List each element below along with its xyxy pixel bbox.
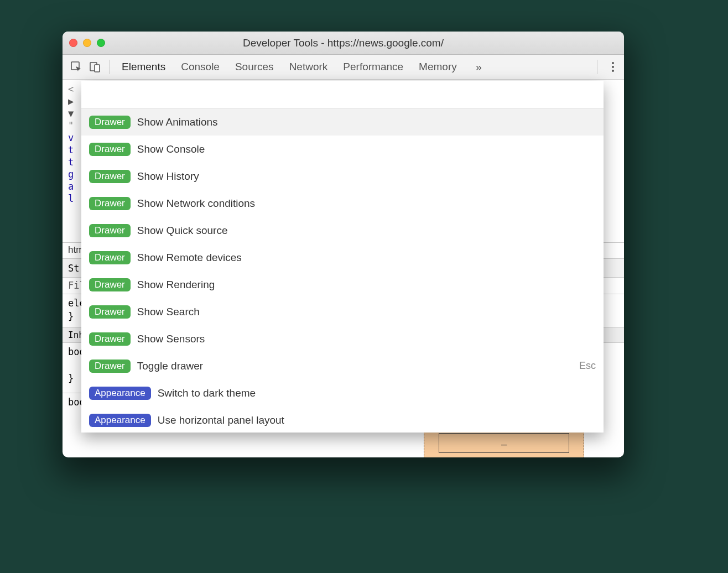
command-palette-input-row: [81, 81, 604, 108]
devtools-toolbar: Elements Console Sources Network Perform…: [63, 55, 624, 80]
svg-rect-2: [95, 65, 100, 72]
command-item[interactable]: DrawerShow Animations: [81, 108, 604, 136]
command-item[interactable]: DrawerToggle drawerEsc: [81, 352, 604, 379]
tab-performance[interactable]: Performance: [343, 61, 403, 73]
tabs-overflow-icon[interactable]: »: [472, 61, 485, 74]
command-item[interactable]: AppearanceUse horizontal panel layout: [81, 407, 604, 433]
tab-elements[interactable]: Elements: [122, 61, 165, 73]
command-category-badge: Drawer: [89, 360, 131, 373]
device-toggle-icon[interactable]: [86, 58, 105, 76]
inspect-element-icon[interactable]: [67, 58, 86, 76]
command-label: Switch to dark theme: [158, 387, 256, 399]
command-palette: DrawerShow AnimationsDrawerShow ConsoleD…: [81, 81, 604, 433]
command-category-badge: Drawer: [89, 278, 131, 291]
command-label: Use horizontal panel layout: [158, 414, 284, 426]
toolbar-separator-2: [597, 60, 597, 74]
command-item[interactable]: DrawerShow Remote devices: [81, 244, 604, 271]
command-label: Show Remote devices: [137, 252, 242, 264]
command-palette-input[interactable]: [89, 88, 596, 101]
tab-memory[interactable]: Memory: [419, 61, 457, 73]
command-label: Show Network conditions: [137, 197, 255, 210]
command-item[interactable]: DrawerShow Rendering: [81, 271, 604, 298]
command-item[interactable]: DrawerShow Search: [81, 298, 604, 325]
command-label: Show History: [137, 170, 199, 183]
tab-sources[interactable]: Sources: [235, 61, 274, 73]
panel-tabs: Elements Console Sources Network Perform…: [114, 61, 592, 74]
command-category-badge: Drawer: [89, 197, 131, 210]
toolbar-separator: [109, 60, 110, 74]
command-shortcut: Esc: [579, 360, 596, 372]
command-item[interactable]: DrawerShow Sensors: [81, 325, 604, 352]
command-category-badge: Drawer: [89, 332, 131, 346]
command-category-badge: Drawer: [89, 251, 131, 264]
command-item[interactable]: DrawerShow Quick source: [81, 217, 604, 244]
more-menu-icon[interactable]: [606, 62, 620, 72]
command-label: Show Console: [137, 143, 205, 155]
command-palette-list: DrawerShow AnimationsDrawerShow ConsoleD…: [81, 108, 604, 433]
minimize-icon[interactable]: [83, 39, 91, 47]
command-item[interactable]: DrawerShow History: [81, 163, 604, 190]
command-label: Show Animations: [137, 116, 218, 128]
command-category-badge: Appearance: [89, 387, 151, 400]
command-label: Toggle drawer: [137, 360, 203, 372]
command-item[interactable]: DrawerShow Console: [81, 136, 604, 163]
command-item[interactable]: DrawerShow Network conditions: [81, 190, 604, 217]
command-label: Show Quick source: [137, 225, 228, 237]
window-controls: [69, 39, 105, 47]
command-category-badge: Drawer: [89, 170, 131, 183]
tab-network[interactable]: Network: [289, 61, 328, 73]
tab-console[interactable]: Console: [181, 61, 220, 73]
titlebar[interactable]: Developer Tools - https://news.google.co…: [63, 32, 624, 55]
command-category-badge: Drawer: [89, 116, 131, 129]
devtools-window: Developer Tools - https://news.google.co…: [63, 32, 624, 457]
command-category-badge: Drawer: [89, 224, 131, 237]
command-category-badge: Drawer: [89, 305, 131, 319]
command-label: Show Rendering: [137, 279, 215, 291]
window-title: Developer Tools - https://news.google.co…: [63, 37, 624, 49]
panel-content: < ▶ ▼ " v t t g a l htm St Filt ele } In…: [63, 80, 624, 457]
command-label: Show Search: [137, 306, 200, 318]
box-model-value: –: [501, 439, 507, 450]
command-category-badge: Drawer: [89, 143, 131, 156]
command-label: Show Sensors: [137, 333, 205, 345]
zoom-icon[interactable]: [97, 39, 105, 47]
command-item[interactable]: AppearanceSwitch to dark theme: [81, 379, 604, 407]
close-icon[interactable]: [69, 39, 77, 47]
command-category-badge: Appearance: [89, 414, 151, 427]
